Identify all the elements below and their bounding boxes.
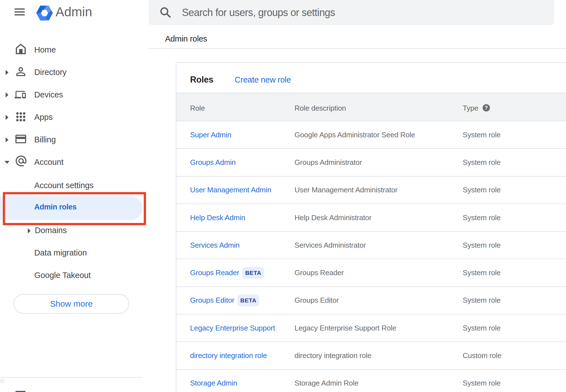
svg-text:?: ? [485,105,488,111]
